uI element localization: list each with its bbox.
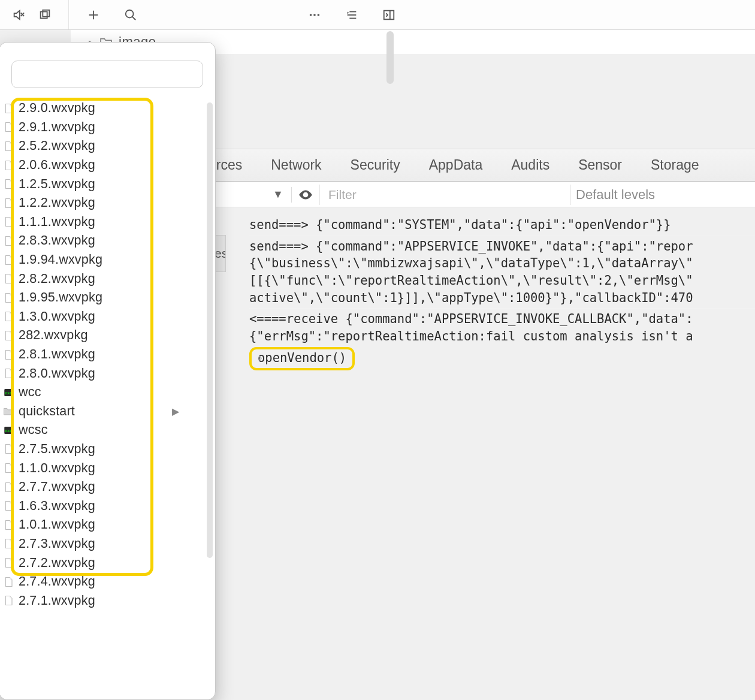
file-row[interactable]: 2.8.0.wxvpkg [0, 364, 215, 383]
live-expression-icon[interactable] [298, 187, 313, 203]
file-label: 2.9.0.wxvpkg [19, 101, 95, 116]
svg-point-8 [310, 14, 312, 16]
file-row[interactable]: 1.6.3.wxvpkg [0, 496, 215, 515]
file-label: wcc [19, 385, 41, 400]
file-row[interactable]: 1.2.2.wxvpkg [0, 194, 215, 213]
file-label: 1.9.94.wxvpkg [19, 252, 102, 267]
file-row[interactable]: exewcc [0, 383, 215, 402]
console-output: send===> {"command":"SYSTEM","data":{"ap… [228, 207, 755, 370]
windows-icon[interactable] [38, 8, 52, 22]
file-row[interactable]: 1.9.95.wxvpkg [0, 288, 215, 307]
file-row[interactable]: 2.7.3.wxvpkg [0, 535, 215, 554]
file-label: 2.8.1.wxvpkg [19, 347, 95, 362]
folder-icon [3, 406, 14, 417]
console-entry: <====receive {"command":"APPSERVICE_INVO… [249, 309, 755, 346]
svg-point-6 [126, 10, 134, 17]
file-row[interactable]: 1.9.94.wxvpkg [0, 251, 215, 270]
file-label: 2.8.0.wxvpkg [19, 366, 95, 381]
file-row[interactable]: quickstart▶ [0, 402, 215, 421]
svg-rect-2 [41, 11, 47, 18]
file-icon [3, 103, 14, 114]
file-row[interactable]: 282.wxvpkg [0, 326, 215, 345]
mute-icon[interactable] [12, 8, 25, 22]
file-row[interactable]: 2.8.3.wxvpkg [0, 231, 215, 251]
file-row[interactable]: 2.0.6.wxvpkg [0, 156, 215, 175]
file-row[interactable]: 2.7.2.wxvpkg [0, 553, 215, 572]
file-row[interactable]: 2.9.1.wxvpkg [0, 118, 215, 137]
file-icon [3, 273, 14, 284]
file-label: 1.6.3.wxvpkg [19, 499, 95, 514]
console-entry: send===> {"command":"SYSTEM","data":{"ap… [249, 215, 755, 236]
svg-point-10 [318, 14, 320, 16]
svg-point-16 [304, 193, 307, 195]
file-icon [3, 236, 14, 246]
tab-audits[interactable]: Audits [509, 153, 552, 177]
file-icon [3, 482, 14, 493]
console-entry: send===> {"command":"APPSERVICE_INVOKE",… [249, 236, 755, 309]
file-row[interactable]: 2.7.7.wxvpkg [0, 478, 215, 497]
popover-search-input[interactable] [11, 61, 203, 88]
more-icon[interactable] [308, 8, 321, 22]
file-label: 1.1.1.wxvpkg [19, 215, 95, 230]
svg-rect-14 [384, 10, 394, 19]
file-label: 2.8.3.wxvpkg [19, 233, 95, 248]
file-label: quickstart [19, 404, 75, 419]
file-row[interactable]: 1.1.1.wxvpkg [0, 213, 215, 232]
file-icon [3, 595, 14, 606]
tab-appdata[interactable]: AppData [427, 153, 485, 177]
file-row[interactable]: exewcsc [0, 421, 215, 440]
console-input-highlight[interactable]: openVendor() [249, 347, 355, 370]
file-row[interactable]: 1.2.5.wxvpkg [0, 174, 215, 194]
file-list: 2.9.0.wxvpkg2.9.1.wxvpkg2.5.2.wxvpkg2.0.… [0, 99, 215, 699]
plus-icon[interactable] [87, 8, 100, 22]
file-label: wcsc [19, 423, 48, 437]
file-icon [3, 292, 14, 303]
file-label: 2.8.2.wxvpkg [19, 271, 95, 286]
file-row[interactable]: 2.9.0.wxvpkg [0, 99, 215, 118]
file-row[interactable]: 2.7.1.wxvpkg [0, 591, 215, 610]
tab-storage[interactable]: Storage [648, 153, 702, 177]
file-icon [3, 330, 14, 341]
file-row[interactable]: 2.8.1.wxvpkg [0, 345, 215, 364]
file-row[interactable]: 1.1.0.wxvpkg [0, 458, 215, 478]
svg-text:exe: exe [5, 429, 12, 433]
file-icon [3, 500, 14, 511]
file-row[interactable]: 1.3.0.wxvpkg [0, 307, 215, 327]
file-icon [3, 255, 14, 265]
indent-icon[interactable] [345, 8, 358, 22]
file-icon [3, 368, 14, 379]
filter-input[interactable] [319, 185, 571, 205]
file-icon [3, 179, 14, 189]
svg-point-9 [313, 14, 316, 16]
scrollbar[interactable] [207, 102, 213, 558]
file-row[interactable]: 2.5.2.wxvpkg [0, 137, 215, 156]
svg-text:exe: exe [5, 391, 12, 396]
file-label: 1.2.5.wxvpkg [19, 177, 95, 192]
scrollbar[interactable] [386, 31, 394, 84]
file-row[interactable]: 2.8.2.wxvpkg [0, 269, 215, 288]
file-icon [3, 311, 14, 322]
file-icon [3, 122, 14, 132]
svg-line-7 [132, 16, 136, 20]
file-icon [3, 198, 14, 209]
file-icon [3, 160, 14, 171]
file-label: 2.7.2.wxvpkg [19, 556, 95, 571]
file-row[interactable]: 2.7.5.wxvpkg [0, 440, 215, 459]
log-levels-dropdown[interactable]: Default levels [576, 187, 655, 203]
search-icon[interactable] [124, 8, 137, 22]
collapse-panel-icon[interactable] [382, 8, 395, 22]
file-icon [3, 557, 14, 568]
tab-security[interactable]: Security [348, 153, 403, 177]
execution-context-dropdown[interactable]: ▼ [271, 188, 285, 202]
file-label: 1.3.0.wxvpkg [19, 309, 95, 324]
console-prompt-chevron-icon: › [256, 349, 264, 367]
tab-network[interactable]: Network [268, 153, 324, 177]
file-label: 1.0.1.wxvpkg [19, 517, 95, 532]
file-row[interactable]: 1.0.1.wxvpkg [0, 515, 215, 535]
tab-sensor[interactable]: Sensor [576, 153, 624, 177]
file-row[interactable]: 2.7.4.wxvpkg [0, 572, 215, 592]
file-label: 2.7.3.wxvpkg [19, 536, 95, 551]
file-icon [3, 538, 14, 549]
file-label: 2.7.7.wxvpkg [19, 479, 95, 494]
file-label: 2.7.1.wxvpkg [19, 593, 95, 608]
